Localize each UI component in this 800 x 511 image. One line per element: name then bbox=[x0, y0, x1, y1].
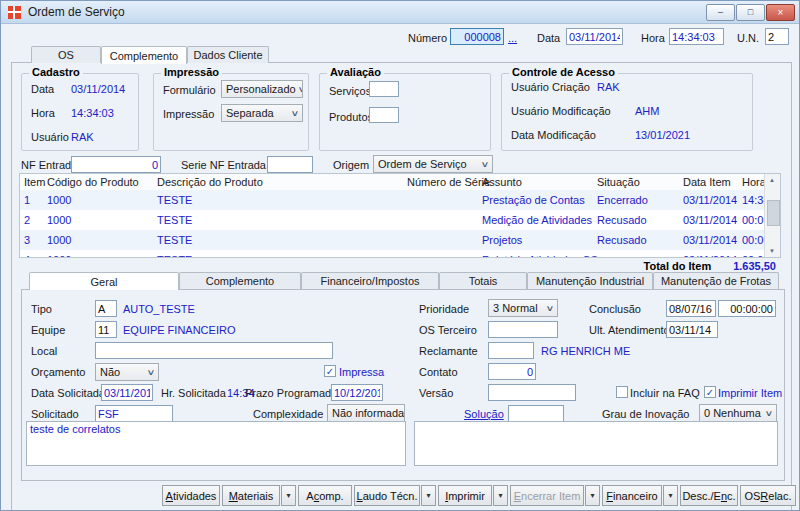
table-row-1[interactable]: 11000TESTEPrestação de ContasEncerrado03… bbox=[20, 190, 765, 210]
versao-input[interactable] bbox=[488, 384, 576, 401]
atividades-button[interactable]: Atividades bbox=[162, 485, 220, 506]
tab-geral[interactable]: Geral bbox=[29, 272, 179, 290]
cadastro-title: Cadastro bbox=[29, 66, 83, 78]
cell-situacao: Recusado bbox=[597, 214, 647, 226]
cell-descricao: TESTE bbox=[157, 254, 192, 258]
imprimir-button[interactable]: Imprimir bbox=[438, 485, 492, 506]
cadastro-data-value: 03/11/2014 bbox=[71, 83, 125, 95]
maximize-icon[interactable]: □ bbox=[736, 4, 765, 21]
tab-manutencao-industrial[interactable]: Manutenção Industrial bbox=[527, 272, 653, 289]
incluir-na-faq-checkbox[interactable] bbox=[616, 386, 628, 398]
tab-complemento-inferior[interactable]: Complemento bbox=[179, 272, 301, 289]
prioridade-label: Prioridade bbox=[419, 303, 469, 315]
column-header-hora[interactable]: Hora bbox=[742, 176, 766, 188]
local-input[interactable] bbox=[95, 342, 333, 359]
cadastro-hora-label: Hora bbox=[31, 107, 55, 119]
materiais-button[interactable]: Materiais bbox=[222, 485, 280, 506]
tab-os[interactable]: OS bbox=[31, 46, 101, 63]
column-header-item[interactable]: Item bbox=[24, 176, 45, 188]
column-header-assunto[interactable]: Assunto bbox=[482, 176, 522, 188]
cell-data_item: 03/11/2014 bbox=[683, 194, 737, 206]
prazo-programado-input[interactable] bbox=[331, 384, 383, 401]
acomp-button[interactable]: Acomp. bbox=[298, 485, 352, 506]
tab-totais[interactable]: Totais bbox=[439, 272, 527, 289]
conclusao-time-input[interactable] bbox=[718, 300, 776, 317]
impressao-value: Separada bbox=[226, 107, 274, 119]
materiais-dropdown-icon[interactable]: ▾ bbox=[281, 485, 296, 506]
servicos-input[interactable] bbox=[369, 81, 399, 97]
origem-select[interactable]: Ordem de Serviço ∨ bbox=[373, 155, 493, 173]
observacao-left-textarea[interactable]: teste de correlatos bbox=[26, 421, 406, 466]
scroll-down-icon[interactable]: ▼ bbox=[765, 248, 779, 254]
contato-input[interactable] bbox=[488, 363, 536, 380]
financeiro-button[interactable]: Financeiro bbox=[602, 485, 662, 506]
un-input[interactable] bbox=[765, 28, 789, 45]
avaliacao-title: Avaliação bbox=[327, 66, 384, 78]
ult-atendimento-input[interactable] bbox=[666, 321, 718, 338]
equipe-input[interactable] bbox=[95, 321, 117, 338]
numero-label: Número bbox=[408, 32, 447, 44]
laudo-tecn-dropdown-icon[interactable]: ▾ bbox=[421, 485, 436, 506]
window-title: Ordem de Serviço bbox=[28, 5, 125, 19]
grau-inovacao-select[interactable]: 0 Nenhuma ∨ bbox=[699, 404, 777, 422]
complexidade-select[interactable]: Não informada ∨ bbox=[327, 404, 405, 422]
column-header-codigo[interactable]: Código do Produto bbox=[47, 176, 139, 188]
table-row-4[interactable]: 41000TESTERelatório Atividades OS03/11/2… bbox=[20, 250, 765, 258]
os-terceiro-input[interactable] bbox=[488, 321, 558, 338]
produtos-label: Produtos bbox=[329, 111, 373, 123]
tab-dados-cliente[interactable]: Dados Cliente bbox=[187, 46, 269, 63]
solucao-input[interactable] bbox=[508, 405, 564, 422]
numero-lookup-link[interactable]: ... bbox=[508, 32, 517, 44]
table-row-3[interactable]: 31000TESTEProjetosRecusado03/11/201400:0… bbox=[20, 230, 765, 250]
tab-complemento[interactable]: Complemento bbox=[101, 46, 187, 64]
solucao-link[interactable]: Solução bbox=[464, 408, 504, 420]
tipo-input[interactable] bbox=[95, 300, 117, 317]
encerrar-item-button[interactable]: Encerrar Item bbox=[510, 485, 584, 506]
imprimir-item-checkbox[interactable]: ✓ bbox=[704, 386, 716, 398]
chevron-down-icon: ∨ bbox=[765, 409, 774, 418]
produtos-input[interactable] bbox=[369, 107, 399, 123]
reclamante-input[interactable] bbox=[488, 342, 534, 359]
data-solicitada-input[interactable] bbox=[101, 384, 153, 401]
orcamento-select[interactable]: Não ∨ bbox=[95, 363, 159, 381]
tab-manutencao-de-frotas[interactable]: Manutenção de Frotas bbox=[653, 272, 779, 289]
nf-entrada-input[interactable] bbox=[71, 156, 161, 173]
formulario-select[interactable]: Personalizado ∨ bbox=[221, 80, 303, 98]
complexidade-value: Não informada bbox=[332, 407, 404, 419]
ult-atendimento-label: Ult. Atendimento bbox=[589, 324, 670, 336]
laudo-tecn-button[interactable]: Laudo Técn. bbox=[354, 485, 420, 506]
chevron-down-icon: ∨ bbox=[481, 160, 490, 169]
cell-item: 3 bbox=[24, 234, 30, 246]
impressa-checkbox[interactable]: ✓ bbox=[324, 365, 336, 377]
scroll-up-icon[interactable]: ▲ bbox=[765, 177, 779, 183]
os-relac-button[interactable]: OS Relac. bbox=[740, 485, 796, 506]
table-row-2[interactable]: 21000TESTEMedição de AtividadesRecusado0… bbox=[20, 210, 765, 230]
column-header-descricao[interactable]: Descrição do Produto bbox=[157, 176, 263, 188]
desc-enc-button[interactable]: Desc./Enc. bbox=[680, 485, 738, 506]
observacao-right-textarea[interactable] bbox=[414, 421, 778, 466]
column-header-numero_serie[interactable]: Número de Série bbox=[407, 176, 490, 188]
impressao-select[interactable]: Separada ∨ bbox=[221, 104, 303, 122]
solicitado-input[interactable] bbox=[95, 405, 173, 422]
hora-input[interactable] bbox=[669, 28, 724, 45]
minimize-icon[interactable]: – bbox=[706, 4, 735, 21]
numero-input[interactable] bbox=[450, 28, 504, 45]
encerrar-item-dropdown-icon[interactable]: ▾ bbox=[585, 485, 600, 506]
conclusao-date-input[interactable] bbox=[666, 300, 716, 317]
column-header-situacao[interactable]: Situação bbox=[597, 176, 640, 188]
serie-nf-entrada-input[interactable] bbox=[267, 156, 313, 173]
table-scrollbar[interactable]: ▲ ▼ bbox=[764, 174, 780, 257]
usuario-criacao-label: Usuário Criação bbox=[511, 81, 590, 93]
usuario-modificacao-value: AHM bbox=[635, 105, 659, 117]
cadastro-usuario-value: RAK bbox=[71, 131, 94, 143]
data-input[interactable] bbox=[566, 28, 623, 45]
tab-financeiro-impostos[interactable]: Financeiro/Impostos bbox=[301, 272, 439, 289]
close-icon[interactable]: × bbox=[766, 4, 795, 21]
financeiro-dropdown-icon[interactable]: ▾ bbox=[663, 485, 678, 506]
total-do-item-value: 1.635,50 bbox=[733, 260, 776, 272]
scrollbar-thumb[interactable] bbox=[767, 200, 780, 226]
imprimir-dropdown-icon[interactable]: ▾ bbox=[493, 485, 508, 506]
chevron-down-icon: ∨ bbox=[147, 368, 156, 377]
prioridade-select[interactable]: 3 Normal ∨ bbox=[488, 299, 558, 317]
column-header-data_item[interactable]: Data Item bbox=[683, 176, 731, 188]
